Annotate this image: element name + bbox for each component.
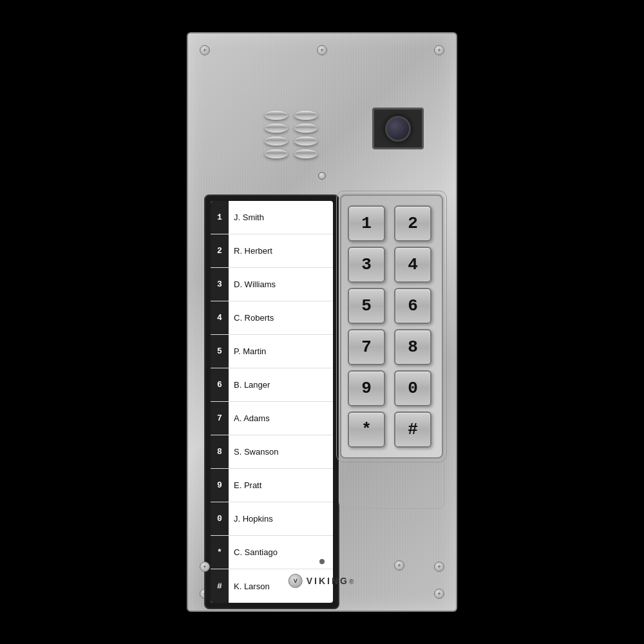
directory-name: B. Langer	[229, 380, 275, 390]
directory-row[interactable]: 0J. Hopkins	[211, 502, 333, 536]
speaker-bump	[294, 137, 317, 146]
bottom-dot	[319, 559, 325, 564]
speaker-bump	[265, 149, 288, 158]
key-button-#[interactable]: #	[394, 412, 431, 448]
intercom-panel: 1J. Smith2R. Herbert3D. Williams4C. Robe…	[187, 32, 457, 612]
speaker-row-4	[240, 149, 343, 158]
directory-row[interactable]: 2R. Herbert	[211, 234, 333, 268]
screw-top-left	[200, 45, 210, 55]
directory-key: 5	[211, 335, 229, 368]
directory-name: J. Smith	[229, 213, 269, 222]
directory-key: *	[211, 536, 229, 569]
brand-symbol: ®	[349, 578, 355, 585]
directory-name: R. Herbert	[229, 246, 278, 256]
directory-key: 3	[211, 268, 229, 301]
keypad-section: 1234567890*#	[340, 194, 443, 459]
speaker-row-2	[240, 124, 343, 133]
directory-list: 1J. Smith2R. Herbert3D. Williams4C. Robe…	[211, 201, 333, 603]
camera	[372, 108, 424, 149]
key-button-5[interactable]: 5	[348, 288, 385, 324]
speaker-bump	[294, 111, 317, 120]
directory-key: 6	[211, 368, 229, 401]
screw-bottom-right	[434, 589, 444, 599]
speaker-row-1	[240, 111, 343, 120]
speaker-row-3	[240, 137, 343, 146]
directory-name: S. Swanson	[229, 447, 283, 457]
directory-row[interactable]: 9E. Pratt	[211, 469, 333, 502]
directory-key: 7	[211, 402, 229, 435]
keypad-grid: 1234567890*#	[348, 205, 435, 448]
directory-name: E. Pratt	[229, 480, 267, 490]
camera-lens	[385, 116, 411, 142]
speaker-bump	[265, 124, 288, 133]
led-indicator	[318, 172, 326, 180]
key-button-*[interactable]: *	[348, 412, 385, 448]
directory-key: 9	[211, 469, 229, 502]
directory-key: #	[211, 569, 229, 603]
directory-row[interactable]: 1J. Smith	[211, 201, 333, 234]
directory-row[interactable]: 3D. Williams	[211, 268, 333, 301]
key-button-1[interactable]: 1	[348, 205, 385, 242]
key-button-8[interactable]: 8	[394, 329, 431, 365]
screw-bottom-right2	[434, 562, 444, 572]
speaker-bump	[294, 149, 317, 158]
directory-name: K. Larson	[229, 582, 275, 591]
directory-key: 1	[211, 201, 229, 234]
brand-name: VIKING®	[307, 576, 356, 586]
directory-panel: 1J. Smith2R. Herbert3D. Williams4C. Robe…	[204, 194, 339, 609]
key-button-9[interactable]: 9	[348, 370, 385, 406]
directory-name: D. Williams	[229, 279, 281, 289]
screw-bottom-left2	[200, 562, 210, 572]
directory-row[interactable]: *C. Santiago	[211, 536, 333, 569]
directory-row[interactable]: 6B. Langer	[211, 368, 333, 402]
key-button-7[interactable]: 7	[348, 329, 385, 365]
directory-row[interactable]: 5P. Martin	[211, 335, 333, 368]
directory-row[interactable]: 4C. Roberts	[211, 301, 333, 335]
screw-top-right	[434, 45, 444, 55]
directory-key: 0	[211, 502, 229, 535]
directory-row[interactable]: 7A. Adams	[211, 402, 333, 435]
speaker-bump	[294, 124, 317, 133]
screw-bottom-center-right	[394, 560, 404, 571]
logo-icon: V	[289, 574, 303, 588]
directory-key: 2	[211, 234, 229, 267]
directory-name: C. Roberts	[229, 313, 279, 323]
key-button-2[interactable]: 2	[394, 205, 431, 242]
brand-logo: V VIKING®	[289, 574, 356, 588]
directory-name: P. Martin	[229, 346, 271, 356]
key-button-0[interactable]: 0	[394, 370, 431, 406]
speaker-bump	[265, 137, 288, 146]
screw-top-center	[317, 45, 327, 55]
speaker-grille	[240, 111, 343, 158]
directory-name: J. Hopkins	[229, 514, 278, 524]
directory-name: C. Santiago	[229, 547, 283, 557]
directory-row[interactable]: 8S. Swanson	[211, 435, 333, 469]
key-button-6[interactable]: 6	[394, 288, 431, 324]
directory-name: A. Adams	[229, 413, 275, 423]
key-button-4[interactable]: 4	[394, 247, 431, 283]
directory-key: 8	[211, 435, 229, 468]
speaker-bump	[265, 111, 288, 120]
key-button-3[interactable]: 3	[348, 247, 385, 283]
directory-key: 4	[211, 301, 229, 334]
